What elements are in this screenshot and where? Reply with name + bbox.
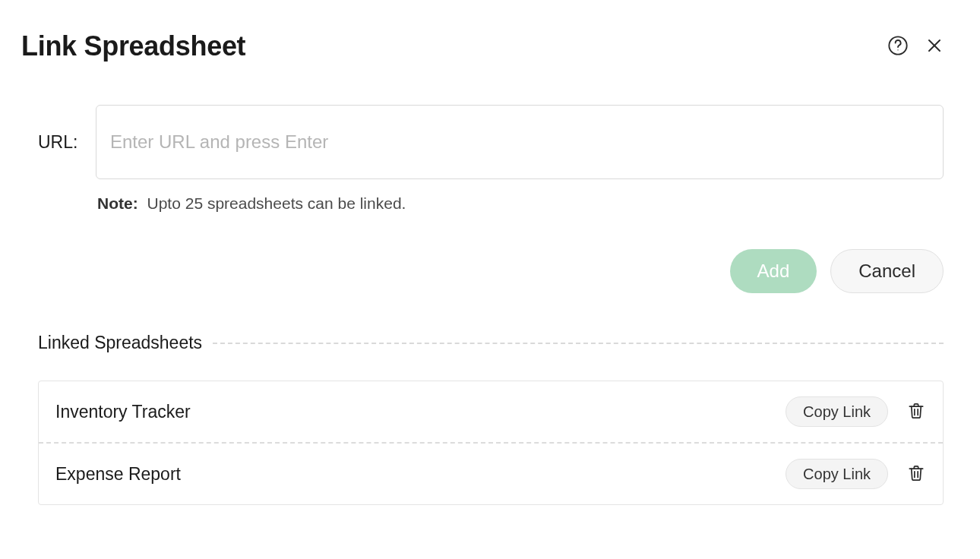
- delete-button[interactable]: [905, 462, 928, 487]
- dialog-title: Link Spreadsheet: [21, 30, 245, 62]
- list-item: Expense Report Copy Link: [39, 442, 943, 504]
- help-icon: [887, 35, 909, 58]
- trash-icon: [906, 463, 926, 485]
- note-text: Upto 25 spreadsheets can be linked.: [147, 194, 406, 212]
- dialog-header: Link Spreadsheet: [21, 30, 944, 62]
- url-row: URL:: [38, 105, 944, 179]
- delete-button[interactable]: [905, 400, 928, 425]
- svg-point-1: [897, 49, 898, 50]
- header-actions: [887, 35, 944, 58]
- close-button[interactable]: [925, 36, 944, 57]
- close-icon: [925, 36, 944, 57]
- list-item: Inventory Tracker Copy Link: [39, 381, 943, 442]
- add-button[interactable]: Add: [730, 249, 817, 293]
- url-input[interactable]: [96, 105, 944, 179]
- note-label: Note:: [97, 194, 138, 212]
- button-row: Add Cancel: [21, 249, 944, 293]
- linked-section-header: Linked Spreadsheets: [38, 333, 944, 353]
- spreadsheet-name: Inventory Tracker: [55, 402, 769, 422]
- copy-link-button[interactable]: Copy Link: [786, 459, 888, 489]
- note-row: Note: Upto 25 spreadsheets can be linked…: [97, 194, 944, 213]
- help-button[interactable]: [887, 35, 909, 58]
- spreadsheet-name: Expense Report: [55, 464, 769, 485]
- link-spreadsheet-dialog: Link Spreadsheet: [0, 0, 980, 559]
- trash-icon: [906, 401, 926, 423]
- divider-line: [213, 343, 944, 344]
- linked-section-label: Linked Spreadsheets: [38, 333, 202, 353]
- cancel-button[interactable]: Cancel: [830, 249, 944, 293]
- url-label: URL:: [38, 132, 82, 153]
- copy-link-button[interactable]: Copy Link: [786, 396, 888, 427]
- linked-spreadsheets-list: Inventory Tracker Copy Link Expense Repo…: [38, 381, 944, 505]
